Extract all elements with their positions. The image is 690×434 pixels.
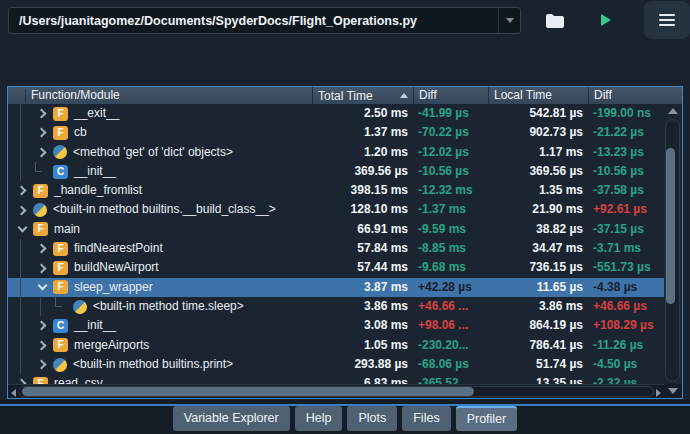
- function-icon: F: [33, 184, 48, 198]
- diff-local-value: +92.61 µs: [589, 200, 664, 219]
- column-header-diff-local[interactable]: Diff: [589, 87, 682, 104]
- diff-total-value: -230.20...: [414, 336, 489, 355]
- diff-local-value: -3.71 ms: [589, 239, 664, 258]
- table-row[interactable]: FmergeAirports1.05 ms-230.20...786.41 µs…: [8, 336, 664, 355]
- tree-guide-line: [20, 143, 21, 162]
- python-icon: [53, 145, 67, 159]
- expand-arrow-icon[interactable]: [36, 244, 46, 254]
- options-menu-button[interactable]: [644, 1, 690, 39]
- expand-arrow-icon[interactable]: [16, 186, 26, 196]
- python-icon: [33, 203, 47, 217]
- class-icon: C: [53, 319, 68, 333]
- tab-plots[interactable]: Plots: [347, 406, 397, 431]
- local-time-value: 34.47 ms: [489, 239, 589, 258]
- function-name: _handle_fromlist: [54, 181, 142, 200]
- local-time-value: 11.65 µs: [489, 278, 589, 297]
- scroll-right-icon[interactable]: [656, 389, 661, 397]
- tree-guide-line: [20, 297, 21, 316]
- table-row[interactable]: <built-in method time.sleep>3.86 ms+46.6…: [8, 297, 664, 316]
- file-path-combobox[interactable]: /Users/juanitagomez/Documents/SpyderDocs…: [8, 7, 521, 34]
- local-time-value: 21.90 ms: [489, 200, 589, 219]
- expand-arrow-icon[interactable]: [36, 263, 46, 273]
- open-file-button[interactable]: [543, 10, 565, 30]
- diff-local-value: -4.50 µs: [589, 355, 664, 374]
- combobox-dropdown-button[interactable]: [498, 8, 520, 33]
- diff-local-value: -13.23 µs: [589, 143, 664, 162]
- expand-arrow-icon[interactable]: [36, 321, 46, 331]
- tab-variable-explorer[interactable]: Variable Explorer: [173, 406, 290, 431]
- collapse-arrow-icon[interactable]: [37, 281, 47, 291]
- expand-arrow-icon[interactable]: [36, 360, 46, 370]
- diff-local-value: -11.26 µs: [589, 336, 664, 355]
- total-time-value: 1.37 ms: [313, 123, 414, 142]
- scroll-up-icon[interactable]: [668, 108, 678, 114]
- function-icon: F: [53, 126, 68, 140]
- diff-total-value: -68.06 µs: [414, 355, 489, 374]
- collapse-arrow-icon[interactable]: [17, 223, 27, 233]
- diff-local-value: -21.22 µs: [589, 123, 664, 142]
- diff-total-value: -9.59 ms: [414, 220, 489, 239]
- diff-local-value: -551.73 µs: [589, 258, 664, 277]
- total-time-value: 6.83 ms: [313, 374, 414, 384]
- table-row[interactable]: FfindNearestPoint57.84 ms-8.85 ms34.47 m…: [8, 239, 664, 258]
- vertical-scrollbar-thumb[interactable]: [666, 148, 675, 304]
- scrollbar-corner: [664, 384, 682, 398]
- table-row[interactable]: C__init__369.56 µs-10.56 µs369.56 µs-10.…: [8, 162, 664, 181]
- table-row[interactable]: F_handle_fromlist398.15 ms-12.32 ms1.35 …: [8, 181, 664, 200]
- table-row[interactable]: <built-in method builtins.print>293.88 µ…: [8, 355, 664, 374]
- table-row[interactable]: Fmain66.91 ms-9.59 ms38.82 µs-37.15 µs: [8, 220, 664, 239]
- expand-arrow-icon[interactable]: [36, 128, 46, 138]
- horizontal-scrollbar[interactable]: [8, 384, 664, 398]
- table-row[interactable]: Fread_csv6.83 ms-365.52...13.35 µs-2.32 …: [8, 374, 664, 384]
- expand-arrow-icon[interactable]: [36, 147, 46, 157]
- function-icon: F: [53, 338, 68, 352]
- tab-help[interactable]: Help: [295, 406, 343, 431]
- total-time-value: 3.08 ms: [313, 316, 414, 335]
- diff-total-value: -41.99 µs: [414, 104, 489, 123]
- table-row[interactable]: F__exit__2.50 ms-41.99 µs542.81 µs-199.0…: [8, 104, 664, 123]
- table-row[interactable]: <built-in method builtins.__build_class_…: [8, 200, 664, 219]
- total-time-value: 3.86 ms: [313, 297, 414, 316]
- function-name: __exit__: [74, 104, 119, 123]
- table-row[interactable]: Fsleep_wrapper3.87 ms+42.28 µs11.65 µs-4…: [8, 278, 664, 297]
- diff-total-value: -10.56 µs: [414, 162, 489, 181]
- vertical-scrollbar[interactable]: [664, 104, 682, 384]
- expand-arrow-icon[interactable]: [16, 205, 26, 215]
- table-row[interactable]: Fcb1.37 ms-70.22 µs902.73 µs-21.22 µs: [8, 123, 664, 142]
- tab-profiler[interactable]: Profiler: [456, 406, 518, 431]
- scroll-down-icon[interactable]: [668, 388, 678, 394]
- tree-guide-line: [20, 355, 21, 374]
- tab-files[interactable]: Files: [402, 406, 450, 431]
- profiler-pane: /Users/juanitagomez/Documents/SpyderDocs…: [0, 0, 690, 434]
- column-header-total-time[interactable]: Total Time: [313, 87, 414, 104]
- table-row[interactable]: FbuildNewAirport57.44 ms-9.68 ms736.15 µ…: [8, 258, 664, 277]
- table-row[interactable]: <method 'get' of 'dict' objects>1.20 ms-…: [8, 143, 664, 162]
- local-time-value: 736.15 µs: [489, 258, 589, 277]
- column-header-function-module[interactable]: Function/Module: [8, 87, 313, 104]
- folder-open-icon: [545, 13, 564, 28]
- local-time-value: 786.41 µs: [489, 336, 589, 355]
- horizontal-scrollbar-thumb[interactable]: [22, 387, 474, 396]
- expand-arrow-icon[interactable]: [36, 340, 46, 350]
- scroll-left-icon[interactable]: [11, 389, 16, 397]
- function-icon: F: [53, 242, 68, 256]
- file-path-text: /Users/juanitagomez/Documents/SpyderDocs…: [9, 14, 498, 28]
- expand-arrow-icon[interactable]: [36, 109, 46, 119]
- total-time-value: 293.88 µs: [313, 355, 414, 374]
- chevron-down-icon: [506, 18, 514, 23]
- column-header-diff-total[interactable]: Diff: [414, 87, 489, 104]
- function-name: main: [54, 220, 80, 239]
- total-time-value: 2.50 ms: [313, 104, 414, 123]
- diff-local-value: -37.15 µs: [589, 220, 664, 239]
- table-row[interactable]: C__init__3.08 ms+98.06 ...864.19 µs+108.…: [8, 316, 664, 335]
- column-header-local-time[interactable]: Local Time: [489, 87, 589, 104]
- run-profiler-button[interactable]: [594, 10, 616, 30]
- local-time-value: 38.82 µs: [489, 220, 589, 239]
- tree-elbow-line: [35, 162, 42, 172]
- python-icon: [53, 358, 67, 372]
- function-name: cb: [74, 123, 87, 142]
- total-time-value: 1.05 ms: [313, 336, 414, 355]
- pane-tabbar: Variable ExplorerHelpPlotsFilesProfiler: [0, 400, 690, 434]
- local-time-value: 1.17 ms: [489, 143, 589, 162]
- diff-local-value: -2.32 µs: [589, 374, 664, 384]
